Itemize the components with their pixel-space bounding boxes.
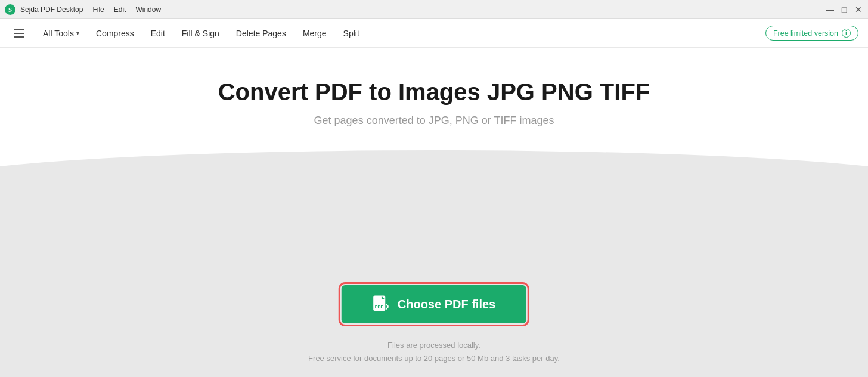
chevron-down-icon: ▾ <box>76 30 79 36</box>
nav-all-tools-label: All Tools <box>43 29 74 38</box>
main-subtitle: Get pages converted to JPG, PNG or TIFF … <box>218 115 650 127</box>
nav-edit-label: Edit <box>151 29 165 38</box>
hamburger-menu[interactable] <box>10 24 29 43</box>
title-bar: S Sejda PDF Desktop File Edit Window — □… <box>0 0 868 19</box>
choose-files-label: Choose PDF files <box>398 298 495 311</box>
footer-line1: Files are processed locally. <box>308 339 560 352</box>
nav-delete-pages[interactable]: Delete Pages <box>229 25 293 42</box>
free-version-label: Free limited version <box>773 29 838 38</box>
hamburger-line <box>14 29 24 30</box>
choose-files-button[interactable]: PDF Choose PDF files <box>342 285 526 323</box>
minimize-button[interactable]: — <box>825 5 835 14</box>
nav-fill-sign[interactable]: Fill & Sign <box>175 25 227 42</box>
info-icon-text: i <box>845 30 847 36</box>
menu-edit[interactable]: Edit <box>114 5 126 14</box>
footer-note: Files are processed locally. Free servic… <box>308 339 560 365</box>
footer-line2: Free service for documents up to 20 page… <box>308 352 560 365</box>
main-title: Convert PDF to Images JPG PNG TIFF <box>218 78 650 106</box>
nav-split[interactable]: Split <box>336 25 367 42</box>
hamburger-line <box>14 36 24 38</box>
maximize-button[interactable]: □ <box>839 5 849 14</box>
title-bar-controls: — □ ✕ <box>825 5 863 14</box>
nav-all-tools[interactable]: All Tools ▾ <box>36 25 86 42</box>
hamburger-line <box>14 33 24 34</box>
svg-text:PDF: PDF <box>375 305 384 309</box>
nav-compress-label: Compress <box>96 29 134 38</box>
app-logo: S <box>5 4 16 15</box>
toolbar: All Tools ▾ Compress Edit Fill & Sign De… <box>0 19 868 48</box>
title-bar-menus: File Edit Window <box>92 5 161 14</box>
menu-file[interactable]: File <box>92 5 104 14</box>
title-bar-left: S Sejda PDF Desktop File Edit Window <box>5 4 161 15</box>
heading-section: Convert PDF to Images JPG PNG TIFF Get p… <box>218 48 650 127</box>
free-version-badge[interactable]: Free limited version i <box>765 26 858 41</box>
button-area: PDF Choose PDF files <box>342 285 526 323</box>
svg-text:S: S <box>8 6 12 13</box>
nav-edit[interactable]: Edit <box>144 25 172 42</box>
nav-merge-label: Merge <box>303 29 327 38</box>
menu-window[interactable]: Window <box>135 5 161 14</box>
nav-compress[interactable]: Compress <box>89 25 141 42</box>
main-content: Convert PDF to Images JPG PNG TIFF Get p… <box>0 48 868 377</box>
close-button[interactable]: ✕ <box>854 5 863 14</box>
nav-merge[interactable]: Merge <box>296 25 334 42</box>
pdf-file-icon: PDF <box>373 295 389 314</box>
nav-fill-sign-label: Fill & Sign <box>182 29 219 38</box>
app-title: Sejda PDF Desktop <box>20 5 83 14</box>
nav-split-label: Split <box>343 29 359 38</box>
nav-delete-pages-label: Delete Pages <box>236 29 286 38</box>
info-icon: i <box>842 29 851 38</box>
